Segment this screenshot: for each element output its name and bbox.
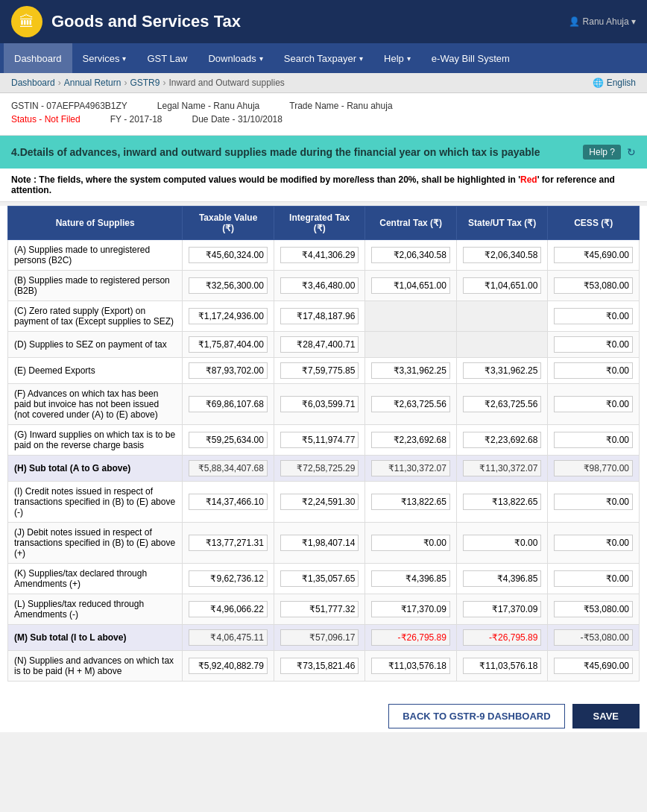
input-integrated-1[interactable] [280, 277, 359, 294]
input-cess-3[interactable] [554, 336, 633, 353]
input-state-7[interactable] [463, 460, 542, 476]
nav-dashboard[interactable]: Dashboard [4, 43, 72, 73]
cell-taxable-9[interactable] [183, 523, 274, 564]
input-integrated-7[interactable] [280, 460, 359, 476]
cell-state-8[interactable] [456, 482, 548, 523]
input-central-7[interactable] [371, 460, 450, 476]
cell-central-5[interactable] [365, 384, 457, 425]
nav-search-taxpayer[interactable]: Search Taxpayer ▾ [274, 43, 373, 73]
cell-taxable-8[interactable] [183, 482, 274, 523]
cell-state-10[interactable] [456, 564, 548, 594]
cell-state-1[interactable] [456, 271, 548, 301]
input-cess-5[interactable] [554, 396, 633, 412]
input-cess-4[interactable] [554, 362, 633, 379]
cell-taxable-4[interactable] [183, 358, 274, 384]
cell-cess-10[interactable] [548, 564, 640, 594]
input-taxable-7[interactable] [189, 460, 268, 476]
cell-central-8[interactable] [365, 482, 457, 523]
cell-integrated-3[interactable] [274, 332, 365, 358]
cell-taxable-13[interactable] [183, 651, 274, 682]
input-taxable-3[interactable] [189, 336, 268, 353]
cell-integrated-2[interactable] [274, 301, 365, 332]
nav-gst-law[interactable]: GST Law [136, 43, 198, 73]
cell-taxable-7[interactable] [183, 456, 274, 482]
cell-central-4[interactable] [365, 358, 457, 384]
cell-state-6[interactable] [456, 425, 548, 456]
cell-taxable-0[interactable] [183, 240, 274, 271]
input-taxable-10[interactable] [189, 570, 268, 587]
cell-state-11[interactable] [456, 594, 548, 625]
input-central-10[interactable] [371, 570, 450, 587]
input-central-1[interactable] [371, 277, 450, 294]
cell-cess-7[interactable] [548, 456, 640, 482]
input-integrated-4[interactable] [280, 362, 359, 379]
input-cess-11[interactable] [554, 601, 633, 617]
input-integrated-11[interactable] [280, 601, 359, 617]
cell-cess-4[interactable] [548, 358, 640, 384]
cell-integrated-9[interactable] [274, 523, 365, 564]
input-cess-2[interactable] [554, 308, 633, 324]
cell-cess-6[interactable] [548, 425, 640, 456]
input-cess-0[interactable] [554, 247, 633, 263]
input-central-8[interactable] [371, 494, 450, 510]
input-taxable-2[interactable] [189, 308, 268, 324]
cell-central-9[interactable] [365, 523, 457, 564]
cell-state-7[interactable] [456, 456, 548, 482]
input-integrated-6[interactable] [280, 432, 359, 448]
cell-state-13[interactable] [456, 651, 548, 682]
nav-services[interactable]: Services ▾ [72, 43, 137, 73]
cell-central-11[interactable] [365, 594, 457, 625]
cell-taxable-1[interactable] [183, 271, 274, 301]
breadcrumb-gstr9[interactable]: GSTR9 [130, 78, 160, 88]
input-taxable-12[interactable] [189, 629, 268, 646]
input-state-4[interactable] [463, 362, 542, 379]
input-cess-13[interactable] [554, 658, 633, 674]
input-integrated-5[interactable] [280, 396, 359, 412]
cell-central-12[interactable] [365, 625, 457, 651]
cell-central-6[interactable] [365, 425, 457, 456]
cell-integrated-5[interactable] [274, 384, 365, 425]
input-central-13[interactable] [371, 658, 450, 674]
cell-cess-8[interactable] [548, 482, 640, 523]
input-central-5[interactable] [371, 396, 450, 412]
cell-integrated-12[interactable] [274, 625, 365, 651]
breadcrumb-dashboard[interactable]: Dashboard [11, 78, 55, 88]
input-taxable-6[interactable] [189, 432, 268, 448]
nav-downloads[interactable]: Downloads ▾ [198, 43, 273, 73]
cell-taxable-11[interactable] [183, 594, 274, 625]
input-taxable-8[interactable] [189, 494, 268, 510]
cell-taxable-3[interactable] [183, 332, 274, 358]
input-state-0[interactable] [463, 247, 542, 263]
input-state-1[interactable] [463, 277, 542, 294]
cell-integrated-10[interactable] [274, 564, 365, 594]
input-integrated-8[interactable] [280, 494, 359, 510]
cell-central-0[interactable] [365, 240, 457, 271]
input-taxable-11[interactable] [189, 601, 268, 617]
cell-taxable-10[interactable] [183, 564, 274, 594]
input-integrated-9[interactable] [280, 535, 359, 551]
input-central-0[interactable] [371, 247, 450, 263]
cell-integrated-7[interactable] [274, 456, 365, 482]
nav-help[interactable]: Help ▾ [373, 43, 421, 73]
input-state-10[interactable] [463, 570, 542, 587]
cell-state-4[interactable] [456, 358, 548, 384]
save-button[interactable]: SAVE [572, 704, 640, 728]
nav-eway[interactable]: e-Way Bill System [421, 43, 520, 73]
back-to-dashboard-button[interactable]: BACK TO GSTR-9 DASHBOARD [388, 704, 564, 728]
cell-state-5[interactable] [456, 384, 548, 425]
cell-integrated-8[interactable] [274, 482, 365, 523]
help-button[interactable]: Help ? [583, 145, 621, 160]
input-taxable-13[interactable] [189, 658, 268, 674]
input-central-11[interactable] [371, 601, 450, 617]
input-taxable-4[interactable] [189, 362, 268, 379]
input-cess-10[interactable] [554, 570, 633, 587]
input-taxable-1[interactable] [189, 277, 268, 294]
language-selector[interactable]: 🌐 English [593, 78, 636, 88]
cell-integrated-11[interactable] [274, 594, 365, 625]
cell-state-9[interactable] [456, 523, 548, 564]
input-integrated-10[interactable] [280, 570, 359, 587]
cell-cess-9[interactable] [548, 523, 640, 564]
cell-cess-1[interactable] [548, 271, 640, 301]
cell-taxable-6[interactable] [183, 425, 274, 456]
input-cess-9[interactable] [554, 535, 633, 551]
